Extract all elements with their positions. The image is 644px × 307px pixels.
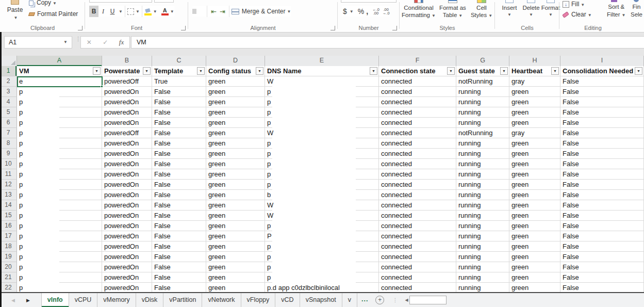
cell-E2[interactable]: W (265, 76, 379, 87)
cell-F15[interactable]: connected (379, 211, 456, 221)
align-center-button[interactable] (196, 9, 201, 14)
filter-button-A[interactable]: ▼ (93, 67, 101, 75)
cell-B4[interactable]: poweredOn (102, 97, 152, 107)
cell-D13[interactable]: green (206, 190, 265, 200)
cell-E12[interactable]: p (265, 180, 379, 190)
dialog-launcher-icon[interactable] (331, 26, 335, 30)
cell-D1[interactable]: Config status▼ (206, 66, 265, 76)
cell-A13[interactable]: p (17, 190, 102, 200)
cell-G12[interactable]: running (456, 180, 509, 190)
cell-F17[interactable]: connected (379, 231, 456, 241)
cell-B22[interactable]: poweredOn (102, 283, 152, 292)
cell-D9[interactable]: green (206, 149, 265, 159)
cell-C5[interactable]: False (152, 107, 206, 118)
cell-I21[interactable]: False (560, 272, 644, 283)
copy-button[interactable]: Copy▼ (29, 0, 57, 6)
cell-I14[interactable]: False (560, 200, 644, 211)
cell-D12[interactable]: green (206, 180, 265, 190)
cell-H21[interactable]: green (509, 272, 560, 283)
scrollbar-thumb[interactable] (409, 296, 447, 304)
sheet-tab-vMemory[interactable]: vMemory (97, 293, 136, 307)
chevron-down-icon[interactable]: ▼ (119, 9, 123, 14)
row-header-22[interactable]: 22 (0, 283, 17, 292)
sheet-tab-vFloppy[interactable]: vFloppy (241, 293, 276, 307)
cell-F3[interactable]: connected (379, 87, 456, 97)
column-header-I[interactable]: I (560, 56, 644, 66)
cell-E3[interactable]: p (265, 87, 379, 97)
cell-A4[interactable]: p (17, 97, 102, 107)
cell-D20[interactable]: green (206, 262, 265, 272)
cell-H14[interactable]: green (509, 200, 560, 211)
cell-I17[interactable]: False (560, 231, 644, 241)
row-header-14[interactable]: 14 (0, 200, 17, 211)
sheet-tab-vNetwork[interactable]: vNetwork (202, 293, 241, 307)
horizontal-scrollbar[interactable]: ◀ (405, 296, 446, 304)
cell-A3[interactable]: p (17, 87, 102, 97)
row-header-17[interactable]: 17 (0, 231, 17, 241)
cell-C12[interactable]: False (152, 180, 206, 190)
cell-C21[interactable]: False (152, 272, 206, 283)
cell-A15[interactable]: p (17, 211, 102, 221)
cell-D4[interactable]: green (206, 97, 265, 107)
cell-H9[interactable]: green (509, 149, 560, 159)
cell-H13[interactable]: green (509, 190, 560, 200)
cell-C17[interactable]: False (152, 231, 206, 241)
sheet-tab-vDisk[interactable]: vDisk (136, 293, 164, 307)
cell-A8[interactable]: p (17, 138, 102, 149)
decrease-decimal-icon[interactable]: .00 →.0 (383, 8, 390, 15)
cell-G3[interactable]: running (456, 87, 509, 97)
cell-B19[interactable]: poweredOn (102, 252, 152, 262)
cell-A12[interactable]: p (17, 180, 102, 190)
cell-G21[interactable]: running (456, 272, 509, 283)
cell-G10[interactable]: running (456, 159, 509, 169)
row-header-15[interactable]: 15 (0, 211, 17, 221)
delete-cells-button[interactable]: Delete ▼ (521, 0, 541, 17)
cell-A21[interactable]: p (17, 272, 102, 283)
filter-button-E[interactable]: ▼ (370, 67, 377, 75)
cell-E11[interactable]: p (265, 169, 379, 180)
cell-I5[interactable]: False (560, 107, 644, 118)
cell-G11[interactable]: running (456, 169, 509, 180)
enter-check-icon[interactable]: ✓ (103, 39, 108, 46)
row-header-8[interactable]: 8 (0, 138, 17, 149)
cell-D3[interactable]: green (206, 87, 265, 97)
cell-H5[interactable]: green (509, 107, 560, 118)
cell-H22[interactable]: green (509, 283, 560, 292)
dialog-launcher-icon[interactable] (392, 26, 397, 30)
cell-C2[interactable]: True (152, 76, 206, 87)
cell-E1[interactable]: DNS Name▼ (265, 66, 379, 76)
cell-B9[interactable]: poweredOn (102, 149, 152, 159)
decrease-indent-icon[interactable]: ⇤ (209, 8, 218, 15)
cell-G8[interactable]: running (456, 138, 509, 149)
font-name-box[interactable] (89, 0, 152, 3)
percent-format-button[interactable]: % (357, 7, 365, 15)
cell-B17[interactable]: poweredOn (102, 231, 152, 241)
cell-A19[interactable]: p (17, 252, 102, 262)
row-header-11[interactable]: 11 (0, 169, 17, 180)
paste-button[interactable]: Paste ▼ (4, 0, 26, 23)
cell-I15[interactable]: False (560, 211, 644, 221)
cell-D2[interactable]: green (206, 76, 265, 87)
cell-A16[interactable]: p (17, 221, 102, 231)
cancel-icon[interactable]: ✕ (87, 39, 92, 46)
row-header-12[interactable]: 12 (0, 180, 17, 190)
cell-E7[interactable]: W (265, 128, 379, 138)
font-color-icon[interactable]: A (161, 8, 169, 15)
column-header-C[interactable]: C (152, 56, 206, 66)
cell-C7[interactable]: False (152, 128, 206, 138)
cell-A11[interactable]: p (17, 169, 102, 180)
cell-C19[interactable]: False (152, 252, 206, 262)
sheet-tab-vSnapshot[interactable]: vSnapshot (300, 293, 342, 307)
cell-I20[interactable]: False (560, 262, 644, 272)
currency-format-button[interactable]: $ (342, 7, 348, 15)
cell-G9[interactable]: running (456, 149, 509, 159)
cell-A2[interactable]: e (17, 76, 102, 87)
cell-E5[interactable]: p (265, 107, 379, 118)
sheet-tab-vCD[interactable]: vCD (275, 293, 300, 307)
increase-indent-icon[interactable]: ⇥ (218, 8, 227, 15)
format-as-table-button[interactable]: Format as Table▼ (438, 0, 468, 20)
cell-E14[interactable]: W (265, 200, 379, 211)
select-all-corner[interactable] (0, 56, 17, 66)
cell-H11[interactable]: green (509, 169, 560, 180)
cell-E17[interactable]: P (265, 231, 379, 241)
